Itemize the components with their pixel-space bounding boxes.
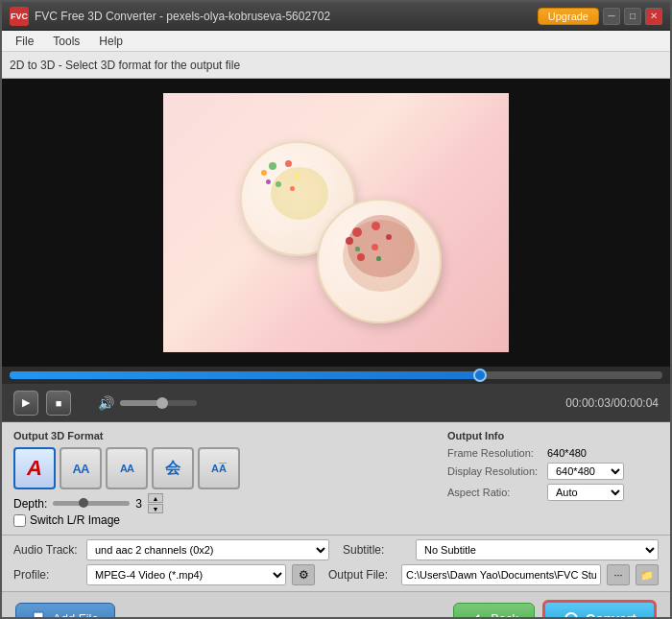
format-btn-side-by-side[interactable]: AA: [60, 447, 102, 489]
depth-value: 3: [135, 497, 142, 511]
mode-bar: 2D to 3D - Select 3D format for the outp…: [2, 52, 670, 79]
frame-res-row: Frame Resolution: 640*480: [447, 447, 659, 459]
add-file-label: Add File: [53, 611, 99, 619]
switch-lr-checkbox[interactable]: [13, 514, 26, 527]
aspect-ratio-select[interactable]: Auto: [547, 484, 624, 501]
browse-button[interactable]: ···: [607, 564, 630, 585]
title-controls: Upgrade ─ □ ✕: [538, 8, 662, 25]
volume-track[interactable]: [120, 400, 197, 406]
controls-bar: ▶ ■ 🔊 00:00:03/00:00:04: [2, 384, 670, 422]
format-btn-top-bottom-half[interactable]: A A: [198, 447, 240, 489]
minimize-button[interactable]: ─: [603, 8, 620, 25]
aspect-ratio-row: Aspect Ratio: Auto: [447, 484, 659, 501]
plate-2: [317, 199, 442, 323]
add-file-icon: [32, 611, 47, 620]
menu-tools[interactable]: Tools: [45, 33, 87, 50]
menu-bar: File Tools Help: [2, 31, 670, 52]
frame-res-label: Frame Resolution:: [447, 447, 543, 459]
depth-label: Depth:: [13, 497, 47, 511]
format-btn-anaglyph[interactable]: A: [13, 447, 56, 489]
profile-label: Profile:: [13, 568, 81, 582]
format-btn-top-bottom[interactable]: 会: [152, 447, 194, 489]
bottom-fields: Audio Track: und aac 2 channels (0x2) Su…: [2, 536, 670, 592]
depth-spinners[interactable]: ▲ ▼: [148, 493, 163, 513]
settings-panel: Output 3D Format A AA AA 会 A A: [2, 422, 670, 536]
mode-label: 2D to 3D - Select 3D format for the outp…: [10, 59, 240, 72]
menu-help[interactable]: Help: [91, 33, 131, 50]
settings-row1: Output 3D Format A AA AA 会 A A: [13, 430, 659, 527]
frame-res-value: 640*480: [547, 447, 587, 459]
volume-icon: 🔊: [98, 395, 114, 411]
switch-lr-label: Switch L/R Image: [30, 513, 120, 527]
upgrade-button[interactable]: Upgrade: [538, 8, 599, 25]
output-info-label: Output Info: [447, 430, 659, 441]
title-left: FVC FVC Free 3D Converter - pexels-olya-…: [10, 7, 330, 26]
display-res-row: Display Resolution: 640*480: [447, 463, 659, 480]
video-preview: [163, 93, 509, 352]
right-buttons: Back Convert: [453, 600, 657, 620]
audio-track-select[interactable]: und aac 2 channels (0x2): [86, 539, 329, 560]
depth-decrement[interactable]: ▼: [148, 504, 163, 513]
convert-button[interactable]: Convert: [542, 600, 657, 620]
volume-thumb[interactable]: [156, 397, 168, 409]
time-display: 00:00:03/00:00:04: [565, 396, 659, 410]
progress-fill: [10, 371, 480, 379]
app-icon: FVC: [10, 7, 29, 26]
format-section: Output 3D Format A AA AA 会 A A: [13, 430, 436, 527]
switch-lr: Switch L/R Image: [13, 513, 436, 527]
subtitle-label: Subtitle:: [343, 543, 410, 557]
depth-increment[interactable]: ▲: [148, 493, 163, 503]
add-file-button[interactable]: Add File: [15, 603, 115, 620]
video-area: [2, 79, 670, 367]
menu-file[interactable]: File: [8, 33, 41, 50]
output-file-input[interactable]: [401, 564, 601, 585]
title-bar: FVC FVC Free 3D Converter - pexels-olya-…: [2, 2, 670, 31]
output-file-label: Output File:: [328, 568, 396, 582]
back-icon: [469, 611, 485, 620]
format-section-label: Output 3D Format: [13, 430, 436, 441]
progress-thumb[interactable]: [473, 369, 487, 382]
play-button[interactable]: ▶: [13, 391, 38, 416]
back-label: Back: [491, 611, 518, 619]
audio-track-row: Audio Track: und aac 2 channels (0x2) Su…: [13, 539, 659, 560]
profile-select[interactable]: MPEG-4 Video (*.mp4): [86, 564, 286, 585]
progress-track[interactable]: [10, 371, 662, 379]
subtitle-select[interactable]: No Subtitle: [416, 539, 659, 560]
convert-icon: [563, 610, 580, 620]
output-info: Output Info Frame Resolution: 640*480 Di…: [447, 430, 659, 505]
close-button[interactable]: ✕: [645, 8, 662, 25]
profile-row: Profile: MPEG-4 Video (*.mp4) ⚙ Output F…: [13, 564, 659, 585]
format-buttons: A AA AA 会 A A: [13, 447, 436, 489]
depth-area: Depth: 3 ▲ ▼: [13, 493, 436, 513]
action-bar: Add File Back Convert: [2, 592, 670, 619]
convert-label: Convert: [586, 611, 636, 620]
display-res-select[interactable]: 640*480: [547, 463, 624, 480]
open-folder-button[interactable]: 📁: [636, 564, 659, 585]
progress-area[interactable]: [2, 367, 670, 384]
maximize-button[interactable]: □: [624, 8, 641, 25]
svg-rect-0: [34, 612, 43, 620]
audio-track-label: Audio Track:: [13, 543, 81, 557]
profile-settings-button[interactable]: ⚙: [292, 564, 315, 585]
depth-slider[interactable]: [53, 501, 130, 506]
volume-area: 🔊: [98, 395, 558, 411]
food-scene: [163, 93, 509, 352]
format-btn-side-by-side-half[interactable]: AA: [106, 447, 148, 489]
display-res-label: Display Resolution:: [447, 465, 543, 477]
depth-thumb[interactable]: [79, 498, 88, 508]
stop-button[interactable]: ■: [46, 391, 71, 416]
title-text: FVC Free 3D Converter - pexels-olya-kobr…: [35, 10, 330, 23]
back-button[interactable]: Back: [453, 603, 535, 620]
aspect-ratio-label: Aspect Ratio:: [447, 487, 543, 498]
